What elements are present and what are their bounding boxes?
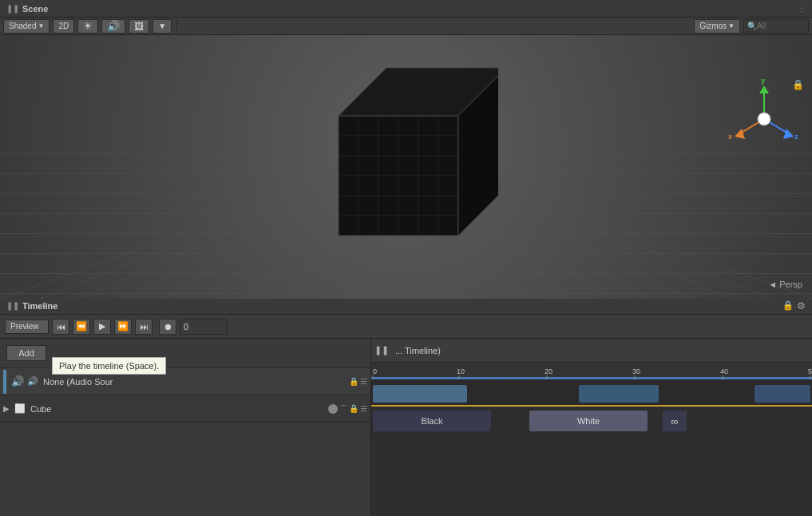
anim-track-lock[interactable]: 🔒: [349, 404, 358, 413]
svg-text:x: x: [728, 133, 732, 141]
timeline-header-right: ❚❚ ... Timeline): [371, 339, 812, 363]
scene-title-bar: ❚❚ Scene ⋮: [0, 0, 812, 18]
gizmos-button[interactable]: Gizmos ▼: [694, 19, 740, 34]
tl-settings-icon[interactable]: ⚙: [797, 300, 806, 312]
gizmo-svg: y x z: [724, 79, 804, 159]
anim-track-row: ▶ ⬜ Cube ⌒ 🔒 ☰: [0, 395, 370, 423]
svg-text:40: 40: [720, 367, 728, 375]
gizmos-chevron: ▼: [728, 22, 735, 30]
search-input[interactable]: [757, 22, 805, 30]
timeline-panel: ❚❚ Timeline 🔒 ⚙ Preview ⏮ ⏪ ▶ ⏩ ⏭ ⏺ Play…: [0, 296, 812, 516]
next-frame-button[interactable]: ⏩: [114, 319, 132, 335]
play-button[interactable]: ▶: [93, 319, 111, 335]
svg-point-19: [758, 113, 770, 125]
black-clip[interactable]: Black: [373, 411, 491, 431]
audio-track-controls: 🔒 ☰: [349, 377, 367, 386]
add-button[interactable]: Add: [6, 345, 46, 361]
timeline-header-label: ... Timeline): [395, 346, 441, 355]
infinity-clip[interactable]: ∞: [663, 411, 687, 431]
white-clip-label: White: [577, 416, 600, 426]
svg-marker-18: [783, 129, 794, 139]
audio-clip-3[interactable]: [755, 385, 810, 403]
shading-dropdown[interactable]: Shaded ▼: [3, 19, 50, 34]
anim-track-label: Cube: [30, 404, 325, 414]
timeline-mode-icon: ❚❚: [374, 345, 389, 355]
audio-lane: [371, 380, 812, 407]
title-dots: ⋮: [798, 4, 806, 13]
shading-chevron: ▼: [38, 22, 44, 30]
audio-mute-icon[interactable]: 🔊: [11, 375, 24, 387]
time-input[interactable]: [180, 319, 228, 335]
anim-track-menu[interactable]: ☰: [360, 404, 367, 413]
effects-dropdown[interactable]: ▼: [152, 19, 172, 34]
scene-panel-title: Scene: [22, 4, 48, 14]
svg-marker-14: [759, 85, 769, 93]
svg-text:20: 20: [545, 367, 553, 375]
anim-curve-btn[interactable]: ⌒: [339, 403, 347, 415]
svg-text:50: 50: [808, 367, 812, 375]
play-tooltip: Play the timeline (Space).: [52, 357, 166, 375]
svg-text:z: z: [794, 133, 798, 141]
anim-lane: Black White ∞: [371, 407, 812, 435]
ruler-svg: 0 10 20 30 40 50: [371, 363, 812, 380]
black-clip-label: Black: [422, 416, 443, 426]
anim-record-dot[interactable]: [328, 404, 338, 414]
audio-button[interactable]: 🔊: [101, 19, 125, 34]
svg-text:10: 10: [457, 367, 465, 375]
timeline-title: Timeline: [22, 301, 57, 311]
audio-clip-1[interactable]: [373, 385, 467, 403]
svg-marker-16: [735, 129, 745, 139]
audio-track-color: [3, 370, 6, 394]
skip-start-button[interactable]: ⏮: [52, 319, 69, 335]
timeline-panel-icon: ❚❚: [6, 301, 19, 310]
preview-button[interactable]: Preview: [5, 320, 49, 334]
infinity-clip-label: ∞: [671, 415, 678, 427]
scene-toolbar: Shaded ▼ 2D ☀ 🔊 🖼 ▼ Gizmos ▼ 🔍: [0, 18, 812, 35]
gizmo-overlay: y x z 🔒: [724, 79, 804, 159]
record-button[interactable]: ⏺: [159, 319, 176, 335]
timeline-title-bar: ❚❚ Timeline 🔒 ⚙: [0, 297, 812, 315]
audio-track-lock[interactable]: 🔒: [349, 377, 358, 386]
image-button[interactable]: 🖼: [129, 19, 149, 34]
search-icon: 🔍: [747, 22, 757, 30]
svg-text:30: 30: [632, 367, 640, 375]
cube-svg: [315, 52, 498, 260]
audio-source-icon: 🔊: [27, 376, 38, 387]
2d-button[interactable]: 2D: [53, 19, 74, 34]
audio-clip-2[interactable]: [579, 385, 659, 403]
audio-track-label: None (Audio Sour: [43, 377, 346, 387]
sun-button[interactable]: ☀: [77, 19, 98, 34]
timeline-ruler: 0 10 20 30 40 50: [371, 363, 812, 380]
tl-lock-icon: 🔒: [782, 300, 794, 311]
toolbar-right: Gizmos ▼ 🔍: [694, 19, 809, 34]
timeline-controls: Preview ⏮ ⏪ ▶ ⏩ ⏭ ⏺ Play the timeline (S…: [0, 315, 812, 339]
white-clip[interactable]: White: [529, 411, 648, 431]
toolbar-sep1: [176, 20, 177, 33]
prev-frame-button[interactable]: ⏪: [73, 319, 90, 335]
search-box[interactable]: 🔍: [743, 19, 809, 34]
svg-text:y: y: [761, 79, 765, 85]
audio-yellow-line: [371, 405, 812, 407]
svg-text:0: 0: [373, 367, 377, 375]
audio-track-menu[interactable]: ☰: [360, 377, 367, 386]
anim-track-expand[interactable]: ▶: [3, 404, 10, 413]
3d-cube: [315, 52, 498, 261]
skip-end-button[interactable]: ⏭: [135, 319, 152, 335]
lock-icon: 🔒: [792, 79, 804, 90]
scene-panel-icon: ❚❚: [6, 4, 19, 13]
tracks-right: ❚❚ ... Timeline) 0 10 20 30: [371, 339, 812, 516]
scene-viewport[interactable]: y x z 🔒 ◄ Persp: [0, 35, 812, 299]
anim-track-controls: ⌒ 🔒 ☰: [328, 403, 367, 415]
anim-track-icon: ⬜: [14, 403, 26, 414]
persp-label: ◄ Persp: [768, 280, 802, 289]
